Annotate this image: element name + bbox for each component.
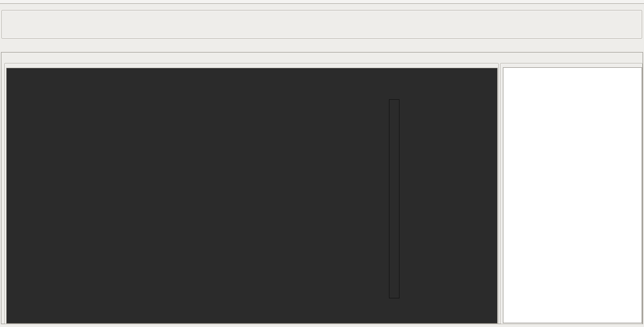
range-doppler-heatmap — [70, 99, 371, 296]
detected-targets-groupbox — [500, 63, 643, 324]
radar-app-window — [0, 0, 644, 327]
colorbar — [389, 99, 399, 298]
detected-targets-table[interactable] — [503, 67, 642, 323]
range-doppler-groupbox — [4, 63, 499, 324]
range-doppler-plot — [6, 68, 498, 324]
tab-content-pane — [1, 52, 643, 324]
system-control-groupbox — [1, 10, 642, 39]
menubar — [0, 0, 644, 4]
